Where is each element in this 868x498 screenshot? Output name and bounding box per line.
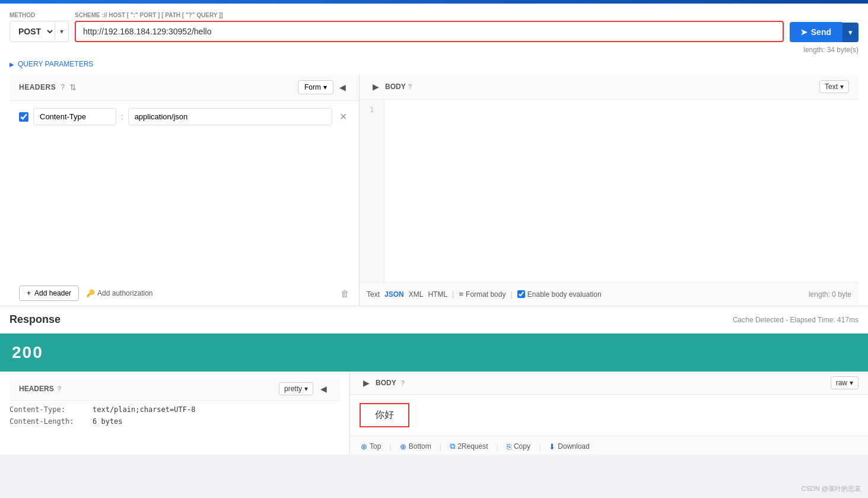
expand-resp-right-button[interactable]: ▶ xyxy=(360,377,373,389)
resp-headers-controls: pretty ▾ ◀ xyxy=(279,382,330,395)
length-info: length: 34 byte(s) xyxy=(9,45,859,58)
url-input[interactable] xyxy=(75,21,784,42)
copy-label: Copy xyxy=(514,442,530,451)
toolbar-sep-2: | xyxy=(440,442,441,451)
form-dropdown-icon: ▾ xyxy=(323,83,327,91)
body-label: BODY xyxy=(385,83,406,91)
resp-header-row-0: Content-Type: text/plain;charset=UTF-8 xyxy=(9,405,340,414)
to-request-icon: ⧉ xyxy=(450,442,455,451)
resp-headers-panel-header: HEADERS ? pretty ▾ ◀ xyxy=(9,378,340,401)
toolbar-sep-4: | xyxy=(539,442,540,451)
top-icon: ⊕ xyxy=(361,442,367,451)
delete-all-headers-button[interactable]: 🗑 xyxy=(341,288,349,299)
body-toolbar: Text JSON XML HTML | ≡ Format body | Ena… xyxy=(360,282,859,306)
headers-sort-icon[interactable]: ⇅ xyxy=(69,83,77,92)
collapse-resp-left-button[interactable]: ◀ xyxy=(317,383,330,395)
text-format-label: Text xyxy=(825,83,838,91)
line-number-1: 1 xyxy=(370,106,374,114)
to-request-label: 2Request xyxy=(457,442,488,451)
body-textarea[interactable] xyxy=(384,100,859,282)
add-header-button[interactable]: + Add header xyxy=(19,286,79,301)
method-dropdown-button[interactable]: ▾ xyxy=(55,23,68,40)
response-headers-panel: HEADERS ? pretty ▾ ◀ Content-Type: text/… xyxy=(0,372,350,455)
key-icon: 🔑 xyxy=(86,289,95,297)
body-panel-header: ▶ BODY ? Text ▾ xyxy=(360,74,859,100)
download-icon: ⬇ xyxy=(549,442,555,451)
add-header-label: Add header xyxy=(34,289,71,297)
copy-button[interactable]: ⎘ Copy xyxy=(503,440,534,453)
response-header-row: Response Cache Detected - Elapsed Time: … xyxy=(0,306,868,334)
format-icon: ≡ xyxy=(459,290,463,299)
headers-panel-header: HEADERS ? ⇅ Form ▾ ◀ xyxy=(9,74,359,101)
resp-headers-help-icon[interactable]: ? xyxy=(58,385,61,392)
resp-header-val-0: text/plain;charset=UTF-8 xyxy=(93,405,195,414)
delete-header-button-0[interactable]: ✕ xyxy=(337,110,349,123)
scheme-label: SCHEME :// HOST [ ":" PORT ] [ PATH [ "?… xyxy=(75,12,784,18)
response-body-toolbar: ⊕ Top | ⊕ Bottom | ⧉ 2Request | ⎘ Copy xyxy=(350,436,868,455)
resp-body-panel-header: ▶ BODY ? raw ▾ xyxy=(350,372,868,395)
bottom-icon: ⊕ xyxy=(400,442,406,451)
resp-header-val-1: 6 bytes xyxy=(93,417,123,426)
header-val-input-0[interactable] xyxy=(128,108,332,125)
to-request-button[interactable]: ⧉ 2Request xyxy=(446,440,491,453)
bottom-button[interactable]: ⊕ Bottom xyxy=(396,440,435,453)
pretty-dropdown[interactable]: pretty ▾ xyxy=(279,382,313,395)
enable-eval-text: Enable body evaluation xyxy=(527,290,602,299)
header-key-input-0[interactable] xyxy=(33,108,116,125)
header-actions: + Add header 🔑 Add authorization 🗑 xyxy=(9,281,359,306)
header-checkbox-0[interactable] xyxy=(19,112,28,122)
download-button[interactable]: ⬇ Download xyxy=(545,440,593,453)
download-label: Download xyxy=(558,442,589,451)
add-authorization-button[interactable]: 🔑 Add authorization xyxy=(86,289,152,297)
plus-icon: + xyxy=(27,289,31,297)
send-button[interactable]: ➤ Send xyxy=(790,22,842,42)
raw-format-dropdown[interactable]: raw ▾ xyxy=(831,376,859,389)
send-dropdown-button[interactable]: ▾ xyxy=(842,23,859,42)
method-section: METHOD POST ▾ xyxy=(9,12,69,42)
resp-header-row-1: Content-Length: 6 bytes xyxy=(9,417,340,426)
response-body-wrapper: 你好 xyxy=(350,395,868,436)
raw-dropdown-icon: ▾ xyxy=(850,379,853,387)
query-params-label: QUERY PARAMETERS xyxy=(18,60,93,68)
format-body-button[interactable]: ≡ Format body xyxy=(459,290,505,299)
headers-content: : ✕ xyxy=(9,101,359,281)
form-btn-label: Form xyxy=(304,83,321,91)
text-format-dropdown[interactable]: Text ▾ xyxy=(819,80,849,93)
body-tab-text[interactable]: Text xyxy=(367,290,380,299)
bottom-label: Bottom xyxy=(409,442,431,451)
method-label: METHOD xyxy=(9,12,69,18)
enable-eval-checkbox[interactable] xyxy=(517,290,525,298)
top-button[interactable]: ⊕ Top xyxy=(357,440,384,453)
collapse-left-button[interactable]: ◀ xyxy=(336,81,349,93)
headers-help-icon[interactable]: ? xyxy=(61,83,65,91)
copy-icon: ⎘ xyxy=(507,442,511,451)
query-params-triangle-icon: ▶ xyxy=(9,61,14,68)
expand-right-button[interactable]: ▶ xyxy=(369,81,383,93)
status-code: 200 xyxy=(12,343,43,361)
body-help-icon[interactable]: ? xyxy=(408,83,412,90)
raw-label: raw xyxy=(836,379,847,387)
text-dropdown-icon: ▾ xyxy=(840,83,844,91)
toolbar-sep-3: | xyxy=(497,442,498,451)
method-selector[interactable]: POST ▾ xyxy=(9,21,69,42)
body-tab-json[interactable]: JSON xyxy=(384,290,404,299)
body-panel: ▶ BODY ? Text ▾ 1 Text JSON XML HTML xyxy=(360,74,859,306)
response-section: Response Cache Detected - Elapsed Time: … xyxy=(0,306,868,455)
form-button[interactable]: Form ▾ xyxy=(298,80,333,94)
body-divider-2: | xyxy=(510,290,512,299)
body-tab-xml[interactable]: XML xyxy=(409,290,424,299)
resp-headers-label: HEADERS xyxy=(19,385,54,393)
toolbar-sep-1: | xyxy=(389,442,391,451)
response-title: Response xyxy=(9,313,61,326)
resp-body-label: BODY xyxy=(376,379,396,387)
add-auth-label: Add authorization xyxy=(97,289,152,297)
body-tab-html[interactable]: HTML xyxy=(428,290,447,299)
method-select-input[interactable]: POST xyxy=(10,21,55,42)
response-panels: HEADERS ? pretty ▾ ◀ Content-Type: text/… xyxy=(0,372,868,455)
send-icon: ➤ xyxy=(800,27,807,37)
query-params-toggle[interactable]: ▶ QUERY PARAMETERS xyxy=(9,58,859,74)
response-body-panel: ▶ BODY ? raw ▾ 你好 ⊕ Top | ⊕ xyxy=(350,372,868,455)
resp-header-key-0: Content-Type: xyxy=(9,405,93,414)
resp-body-help-icon[interactable]: ? xyxy=(401,379,405,386)
colon-0: : xyxy=(121,112,123,121)
